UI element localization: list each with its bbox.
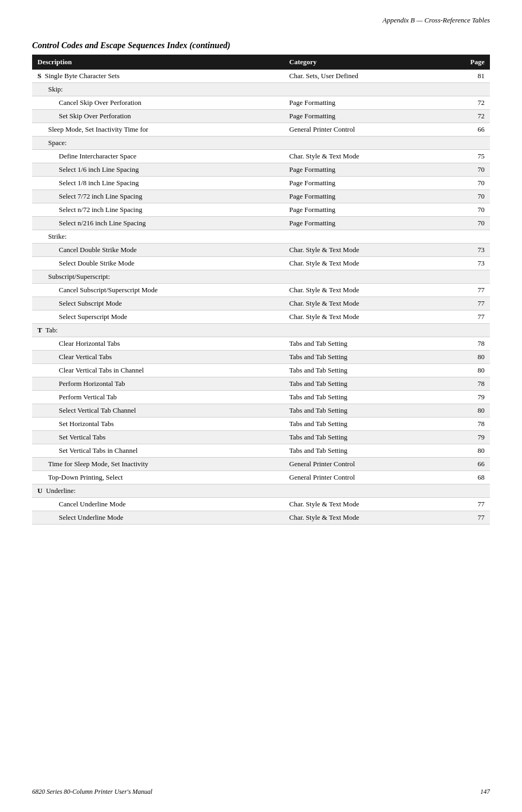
cat-cell: Tabs and Tab Setting	[284, 337, 421, 351]
page-cell: 77	[421, 511, 490, 525]
page-cell: 78	[421, 418, 490, 431]
table-row: Select 7/72 inch Line SpacingPage Format…	[32, 190, 490, 203]
cat-cell: Char. Style & Text Mode	[284, 284, 421, 297]
page-cell	[421, 324, 490, 337]
page-cell: 68	[421, 471, 490, 484]
desc-cell: Clear Horizontal Tabs	[32, 337, 284, 351]
page-cell: 75	[421, 150, 490, 163]
desc-cell: Cancel Underline Mode	[32, 498, 284, 511]
table-row: S Single Byte Character SetsChar. Sets, …	[32, 70, 490, 83]
cat-cell: Tabs and Tab Setting	[284, 404, 421, 418]
page-cell: 81	[421, 70, 490, 83]
table-row: Perform Vertical TabTabs and Tab Setting…	[32, 391, 490, 404]
desc-cell: Set Horizontal Tabs	[32, 418, 284, 431]
page-cell: 70	[421, 177, 490, 190]
cat-cell: Char. Style & Text Mode	[284, 310, 421, 324]
cat-cell: Tabs and Tab Setting	[284, 418, 421, 431]
desc-cell: Subscript/Superscript:	[32, 270, 284, 284]
desc-cell: Time for Sleep Mode, Set Inactivity	[32, 458, 284, 471]
cat-cell	[284, 136, 421, 150]
cat-cell: Tabs and Tab Setting	[284, 431, 421, 444]
page-cell: 77	[421, 297, 490, 310]
cat-cell: Tabs and Tab Setting	[284, 377, 421, 391]
table-row: Select n/216 inch Line SpacingPage Forma…	[32, 217, 490, 230]
page-cell: 66	[421, 458, 490, 471]
desc-cell: Perform Horizontal Tab	[32, 377, 284, 391]
table-row: Set Horizontal TabsTabs and Tab Setting7…	[32, 418, 490, 431]
cat-cell	[284, 230, 421, 244]
desc-cell: T Tab:	[32, 324, 284, 337]
cat-cell: Char. Style & Text Mode	[284, 244, 421, 257]
cat-cell: Char. Style & Text Mode	[284, 150, 421, 163]
cat-cell: Char. Style & Text Mode	[284, 511, 421, 525]
cat-cell: Char. Sets, User Defined	[284, 70, 421, 83]
desc-cell: Select Subscript Mode	[32, 297, 284, 310]
page-header: Appendix B — Cross-Reference Tables	[32, 16, 490, 25]
cat-cell: Tabs and Tab Setting	[284, 364, 421, 377]
table-row: Set Skip Over PerforationPage Formatting…	[32, 110, 490, 123]
page-cell	[421, 270, 490, 284]
page-cell: 77	[421, 310, 490, 324]
footer-right: 147	[480, 788, 490, 796]
table-row: Select 1/6 inch Line SpacingPage Formatt…	[32, 163, 490, 177]
cat-cell	[284, 484, 421, 498]
table-row: Time for Sleep Mode, Set InactivityGener…	[32, 458, 490, 471]
cat-cell: Char. Style & Text Mode	[284, 297, 421, 310]
table-row: T Tab:	[32, 324, 490, 337]
index-table: Description Category Page S Single Byte …	[32, 55, 490, 525]
desc-cell: Select Underline Mode	[32, 511, 284, 525]
table-row: Select Subscript ModeChar. Style & Text …	[32, 297, 490, 310]
table-row: Clear Horizontal TabsTabs and Tab Settin…	[32, 337, 490, 351]
table-row: Cancel Double Strike ModeChar. Style & T…	[32, 244, 490, 257]
desc-cell: Select 7/72 inch Line Spacing	[32, 190, 284, 203]
cat-cell: General Printer Control	[284, 458, 421, 471]
table-row: Set Vertical TabsTabs and Tab Setting79	[32, 431, 490, 444]
table-row: Perform Horizontal TabTabs and Tab Setti…	[32, 377, 490, 391]
table-row: Clear Vertical Tabs in ChannelTabs and T…	[32, 364, 490, 377]
desc-cell: Perform Vertical Tab	[32, 391, 284, 404]
desc-cell: Clear Vertical Tabs	[32, 351, 284, 364]
cat-cell: General Printer Control	[284, 123, 421, 136]
cat-cell	[284, 270, 421, 284]
page-cell	[421, 83, 490, 96]
table-row: Skip:	[32, 83, 490, 96]
page-cell: 80	[421, 351, 490, 364]
cat-cell: Tabs and Tab Setting	[284, 351, 421, 364]
section-title: Control Codes and Escape Sequences Index…	[32, 41, 490, 50]
cat-cell: Page Formatting	[284, 110, 421, 123]
table-row: Sleep Mode, Set Inactivity Time forGener…	[32, 123, 490, 136]
desc-cell: Cancel Double Strike Mode	[32, 244, 284, 257]
page-cell: 78	[421, 337, 490, 351]
desc-cell: Clear Vertical Tabs in Channel	[32, 364, 284, 377]
desc-cell: U Underline:	[32, 484, 284, 498]
col-header-description: Description	[32, 55, 284, 70]
desc-cell: Define Intercharacter Space	[32, 150, 284, 163]
page-cell: 72	[421, 110, 490, 123]
desc-cell: Strike:	[32, 230, 284, 244]
table-row: Subscript/Superscript:	[32, 270, 490, 284]
letter-marker: S	[37, 72, 41, 80]
table-row: Cancel Skip Over PerforationPage Formatt…	[32, 96, 490, 110]
page-cell: 66	[421, 123, 490, 136]
desc-cell: Select Vertical Tab Channel	[32, 404, 284, 418]
page-cell: 73	[421, 244, 490, 257]
desc-cell: Select Superscript Mode	[32, 310, 284, 324]
cat-cell: Page Formatting	[284, 177, 421, 190]
page-footer: 6820 Series 80-Column Printer User's Man…	[32, 788, 490, 796]
letter-marker: U	[37, 487, 42, 495]
page-cell: 78	[421, 377, 490, 391]
col-header-page: Page	[421, 55, 490, 70]
cat-cell: Tabs and Tab Setting	[284, 444, 421, 458]
page-cell: 80	[421, 404, 490, 418]
table-row: Cancel Underline ModeChar. Style & Text …	[32, 498, 490, 511]
desc-cell: Sleep Mode, Set Inactivity Time for	[32, 123, 284, 136]
page-cell	[421, 484, 490, 498]
cat-cell	[284, 324, 421, 337]
table-row: Select n/72 inch Line SpacingPage Format…	[32, 203, 490, 217]
table-row: Space:	[32, 136, 490, 150]
cat-cell: Page Formatting	[284, 217, 421, 230]
table-row: Clear Vertical TabsTabs and Tab Setting8…	[32, 351, 490, 364]
table-row: Select 1/8 inch Line SpacingPage Formatt…	[32, 177, 490, 190]
footer-left: 6820 Series 80-Column Printer User's Man…	[32, 788, 152, 796]
page-cell: 70	[421, 163, 490, 177]
